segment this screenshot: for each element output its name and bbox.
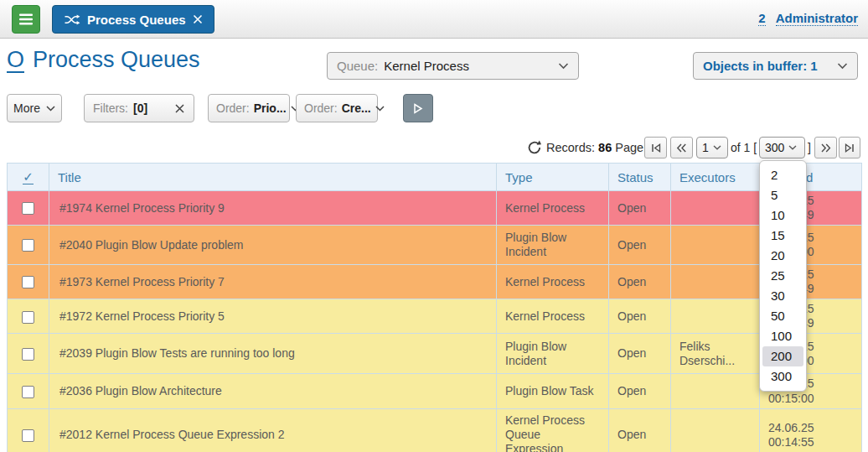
cell-title: #1974 Kernel Process Priority 9 <box>49 191 497 226</box>
tab-process-queues[interactable]: Process Queues <box>52 5 214 34</box>
records-value: 86 <box>598 141 612 154</box>
filters-label: Filters: <box>93 101 128 115</box>
table-row[interactable]: #1973 Kernel Process Priority 7 Kernel P… <box>8 265 862 299</box>
order-priority-value: Prio... <box>254 101 287 115</box>
page-size-option[interactable]: 20 <box>760 246 806 266</box>
cell-status: Open <box>609 226 671 265</box>
top-bar: Process Queues 2 Administrator <box>0 0 868 39</box>
row-checkbox[interactable] <box>22 429 34 442</box>
queue-select-value: Kernel Process <box>384 59 469 73</box>
page-size-option[interactable]: 15 <box>760 226 806 246</box>
table-row[interactable]: #1974 Kernel Process Priority 9 Kernel P… <box>8 191 862 226</box>
shuffle-icon <box>64 14 80 25</box>
row-checkbox[interactable] <box>22 386 34 398</box>
queue-select[interactable]: Queue: Kernel Process <box>327 52 579 80</box>
column-header-status[interactable]: Status <box>609 164 671 191</box>
cell-executors <box>671 374 760 408</box>
cell-status: Open <box>609 191 671 226</box>
table-row[interactable]: #2036 Plugin Blow Architecture Plugin Bl… <box>8 374 862 408</box>
run-button[interactable] <box>403 94 433 122</box>
table-row[interactable]: #1972 Kernel Process Priority 5 Kernel P… <box>8 299 862 334</box>
cell-executors <box>671 408 760 452</box>
filters-count: [0] <box>133 101 147 115</box>
cell-status: Open <box>609 408 671 452</box>
process-queue-table: ✓ Title Type Status Executors Created #1… <box>7 163 862 452</box>
first-page-button[interactable] <box>644 137 667 158</box>
first-page-icon <box>650 143 662 153</box>
last-page-button[interactable] <box>839 137 860 158</box>
order-created-select[interactable]: Order: Cre... <box>296 94 378 122</box>
cell-created: 24.06.25 00:14:55 <box>760 408 862 452</box>
more-button[interactable]: More <box>7 94 62 122</box>
cell-type: Kernel Process <box>497 265 609 299</box>
main-menu-button[interactable] <box>12 5 40 34</box>
previous-page-button[interactable] <box>670 137 693 158</box>
row-checkbox[interactable] <box>22 276 34 288</box>
refresh-button[interactable] <box>526 139 543 156</box>
objects-in-buffer-label: Objects in buffer: 1 <box>703 59 818 73</box>
process-queues-page: Process Queues 2 Administrator O Process… <box>0 0 868 452</box>
order-created-label: Order: <box>304 101 338 115</box>
refresh-icon <box>526 139 543 156</box>
cell-title: #2012 Kernel Process Queue Expression 2 <box>49 408 497 452</box>
bracket-close-text: ] <box>808 141 811 154</box>
table-header-row: ✓ Title Type Status Executors Created <box>8 164 862 191</box>
page-size-option[interactable]: 30 <box>760 286 806 306</box>
order-priority-select[interactable]: Order: Prio... <box>208 94 290 122</box>
next-page-button[interactable] <box>814 137 837 158</box>
cell-status: Open <box>609 299 671 334</box>
cell-title: #2039 Plugin Blow Tests are running too … <box>49 334 497 374</box>
clear-filters-icon[interactable] <box>174 103 185 114</box>
cell-type: Plugin Blow Task <box>497 374 609 408</box>
page-size-select[interactable]: 300 <box>759 137 805 158</box>
row-checkbox[interactable] <box>22 239 34 252</box>
chevron-down-icon <box>713 145 721 150</box>
row-checkbox[interactable] <box>22 348 34 361</box>
cell-executors <box>671 191 760 226</box>
cell-status: Open <box>609 374 671 408</box>
chevron-down-icon <box>558 63 569 70</box>
cell-executors <box>671 226 760 265</box>
user-area: 2 Administrator <box>758 11 858 26</box>
hamburger-icon <box>18 13 34 25</box>
page-size-dropdown: 25101520253050100200300 <box>759 160 807 392</box>
page-size-option[interactable]: 2 <box>760 165 806 185</box>
last-page-icon <box>844 143 855 153</box>
play-icon <box>413 103 423 114</box>
user-name-link[interactable]: Administrator <box>776 11 858 26</box>
page-size-option[interactable]: 50 <box>760 306 806 326</box>
select-all-header[interactable]: ✓ <box>8 164 49 191</box>
column-header-title[interactable]: Title <box>49 164 497 191</box>
page-size-option[interactable]: 300 <box>760 366 806 387</box>
cell-status: Open <box>609 265 671 299</box>
cell-title: #2036 Plugin Blow Architecture <box>49 374 497 408</box>
current-page-value: 1 <box>702 141 709 154</box>
notification-count-link[interactable]: 2 <box>758 11 765 26</box>
column-header-type[interactable]: Type <box>497 164 609 191</box>
page-size-option[interactable]: 10 <box>760 205 806 226</box>
objects-in-buffer-select[interactable]: Objects in buffer: 1 <box>693 52 858 80</box>
page-size-option[interactable]: 200 <box>762 346 803 366</box>
cell-executors <box>671 299 760 334</box>
order-created-value: Cre... <box>342 101 371 115</box>
previous-page-icon <box>675 143 688 153</box>
row-checkbox[interactable] <box>22 311 34 324</box>
page-title: O Process Queues <box>7 47 200 73</box>
page-size-option[interactable]: 25 <box>760 266 806 286</box>
page-count-text: of 1 [ <box>731 141 757 154</box>
cell-title: #1972 Kernel Process Priority 5 <box>49 299 497 334</box>
column-header-executors[interactable]: Executors <box>671 164 760 191</box>
filters-button[interactable]: Filters: [0] <box>84 94 194 122</box>
cell-status: Open <box>609 334 671 374</box>
current-page-select[interactable]: 1 <box>696 137 728 158</box>
cell-type: Kernel Process <box>497 191 609 226</box>
page-size-option[interactable]: 5 <box>760 185 806 205</box>
table-row[interactable]: #2039 Plugin Blow Tests are running too … <box>8 334 862 374</box>
cell-executors <box>671 265 760 299</box>
table-row[interactable]: #2040 Plugin Blow Update problem Plugin … <box>8 226 862 265</box>
row-checkbox[interactable] <box>22 202 34 215</box>
page-size-option[interactable]: 100 <box>760 326 806 346</box>
close-tab-icon[interactable] <box>193 14 203 24</box>
page-label: Page: <box>615 141 647 154</box>
table-row[interactable]: #2012 Kernel Process Queue Expression 2 … <box>8 408 862 452</box>
